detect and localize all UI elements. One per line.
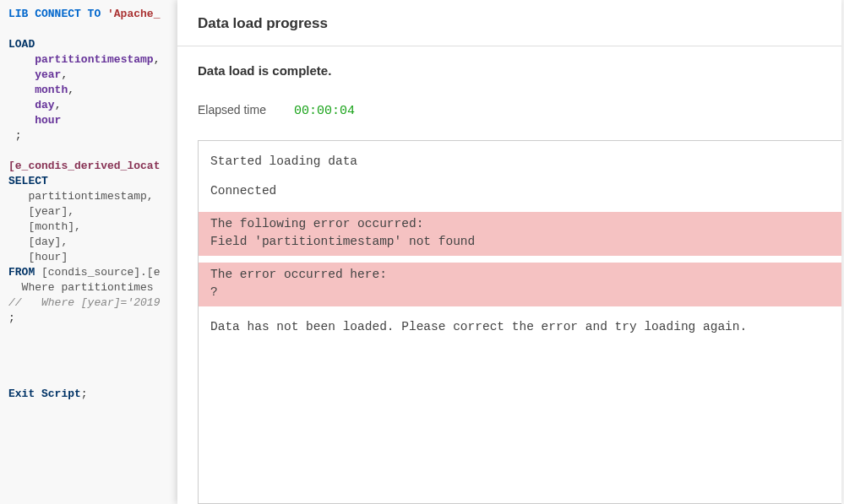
keyword-lib: LIB CONNECT TO — [8, 8, 101, 20]
field: [year], — [28, 205, 74, 218]
keyword-load: LOAD — [8, 38, 35, 51]
field: [hour] — [28, 251, 68, 263]
modal-subtitle: Data load is complete. — [177, 46, 841, 78]
field: partitiontimestamp — [35, 53, 153, 66]
modal-title: Data load progress — [177, 0, 841, 46]
comment-line: // Where [year]='2019 — [8, 296, 160, 309]
error-block: The following error occurred: Field 'par… — [199, 212, 841, 256]
field: hour — [35, 114, 61, 127]
console-output: Started loading data Connected The follo… — [198, 140, 841, 504]
field: [month], — [28, 220, 80, 233]
from-rest: [condis_source].[e — [35, 266, 160, 279]
keyword-exit: Exit Script — [8, 387, 81, 400]
semicolon: ; — [8, 312, 15, 324]
table-name: [e_condis_derived_locat — [8, 160, 160, 172]
keyword-select: SELECT — [8, 175, 48, 187]
error-detail: Field 'partitiontimestamp' not found — [199, 233, 841, 251]
error-detail: ? — [199, 284, 841, 301]
string-apache: 'Apache_ — [101, 8, 160, 20]
console-line: Connected — [199, 182, 841, 200]
error-heading: The error occurred here: — [199, 266, 841, 284]
field: [day], — [28, 236, 68, 248]
error-block: The error occurred here: ? — [199, 263, 841, 306]
field: year — [35, 68, 61, 81]
keyword-from: FROM — [8, 266, 35, 279]
field: day — [35, 99, 54, 111]
exit-semi: ; — [81, 387, 88, 400]
console-line: Data has not been loaded. Please correct… — [199, 318, 841, 336]
error-heading: The following error occurred: — [199, 215, 841, 233]
elapsed-label: Elapsed time — [198, 103, 291, 117]
field: month — [35, 84, 68, 96]
console-line: Started loading data — [199, 153, 841, 171]
elapsed-row: Elapsed time 00:00:04 — [177, 78, 841, 133]
elapsed-value: 00:00:04 — [294, 104, 355, 118]
field: partitiontimestamp, — [28, 190, 153, 203]
where-line: Where partitiontimes — [8, 281, 154, 294]
script-editor[interactable]: LIB CONNECT TO 'Apache_ LOAD partitionti… — [0, 0, 186, 504]
data-load-progress-modal: Data load progress Data load is complete… — [177, 0, 841, 504]
semicolon: ; — [8, 129, 22, 142]
